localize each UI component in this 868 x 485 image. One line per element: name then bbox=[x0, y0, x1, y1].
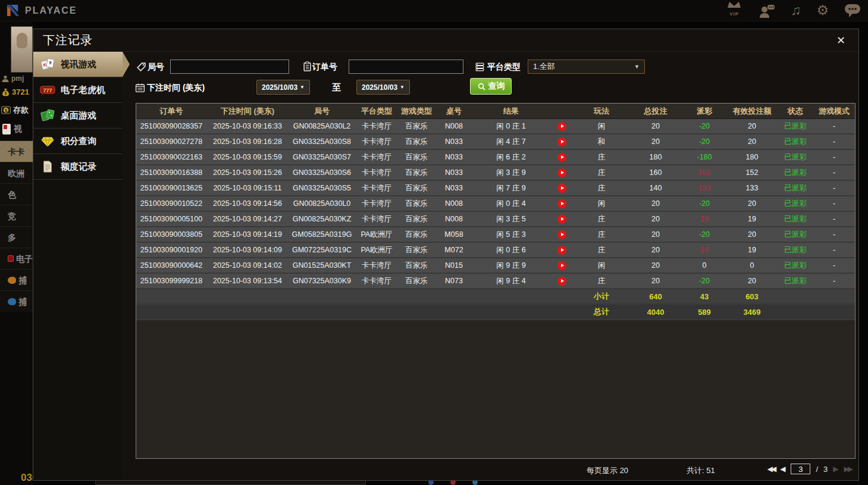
dialog-title: 下注记录 bbox=[43, 32, 93, 48]
cell-table: N033 bbox=[435, 184, 473, 192]
gem-icon bbox=[40, 134, 55, 148]
column-header: 游戏类型 bbox=[398, 106, 435, 117]
tab-label: 视讯游戏 bbox=[61, 59, 96, 70]
cell-result: 闲 6 庄 2 bbox=[473, 152, 549, 162]
replay-button[interactable] bbox=[557, 261, 566, 270]
cell-order: 251003090005100 bbox=[136, 215, 206, 223]
cell-platform: PA欧洲厅 bbox=[355, 230, 398, 240]
cell-payout: 0 bbox=[682, 261, 726, 270]
cell-play bbox=[549, 183, 574, 192]
user-icon bbox=[2, 75, 9, 82]
background-sidebar: pmj $ 3721 $ 存款 视 卡卡欧洲色竞多电子捕捕 bbox=[0, 21, 33, 485]
replay-button[interactable] bbox=[557, 277, 566, 286]
cell-table: N008 bbox=[435, 122, 473, 130]
application-window: pmj $ 3721 $ 存款 视 卡卡欧洲色竞多电子捕捕 0306 P bbox=[0, 0, 868, 485]
table-row: 2510030999992182025-10-03 09:13:54GN0732… bbox=[136, 274, 855, 289]
cell-platform: PA欧洲厅 bbox=[355, 245, 398, 255]
background-nav-label: 捕 bbox=[18, 291, 27, 312]
last-page-icon[interactable]: ▶▶ bbox=[844, 465, 851, 473]
mini-slot-icon bbox=[8, 255, 14, 262]
calendar-icon bbox=[135, 83, 145, 93]
bet-records-dialog: 下注记录 ✕ K9视讯游戏777电子老虎机桌面游戏积分查询额度记录 局号 订单号… bbox=[33, 29, 859, 481]
cell-time: 2025-10-03 09:14:27 bbox=[206, 215, 289, 223]
cell-payout: 133 bbox=[682, 184, 726, 192]
cell-order: 251003099999218 bbox=[136, 277, 206, 285]
sidebar-tab-quota-records[interactable]: 额度记录 bbox=[33, 154, 123, 180]
replay-button[interactable] bbox=[557, 184, 566, 193]
cell-round: GN03325A030S7 bbox=[289, 153, 355, 161]
cell-order: 251003090000642 bbox=[136, 261, 206, 270]
close-icon[interactable]: ✕ bbox=[833, 33, 849, 48]
chat-icon[interactable] bbox=[844, 4, 861, 17]
tab-label: 电子老虎机 bbox=[61, 85, 105, 96]
background-video-text: 视 bbox=[14, 124, 22, 134]
sidebar-tab-points-query[interactable]: 积分查询 bbox=[33, 129, 123, 154]
subtotal-row: 小计64043603 bbox=[136, 289, 855, 305]
cell-result: 闲 9 庄 9 bbox=[473, 261, 549, 271]
cell-game: 百家乐 bbox=[398, 168, 435, 178]
sidebar-tab-slots[interactable]: 777电子老虎机 bbox=[33, 77, 123, 103]
cell-game: 百家乐 bbox=[398, 261, 435, 271]
cell-time: 2025-10-03 09:15:26 bbox=[206, 168, 289, 177]
cell-status: 已派彩 bbox=[778, 276, 813, 286]
total-payout: 589 bbox=[682, 308, 726, 317]
replay-button[interactable] bbox=[557, 153, 566, 162]
replay-button[interactable] bbox=[557, 168, 566, 177]
page-number-input[interactable] bbox=[791, 464, 810, 474]
previous-page-icon[interactable]: ◀ bbox=[780, 465, 785, 473]
chat-bubble-icon bbox=[844, 4, 861, 17]
replay-button[interactable] bbox=[557, 122, 566, 131]
table-row: 2510030900283572025-10-03 09:16:33GN0082… bbox=[136, 119, 855, 134]
customer-service-icon[interactable] bbox=[759, 4, 775, 18]
platform-type-label: 平台类型 bbox=[487, 62, 521, 73]
cell-play bbox=[549, 168, 574, 177]
date-from-picker[interactable]: 2025/10/03 ▼ bbox=[256, 80, 310, 95]
column-header: 状态 bbox=[778, 106, 813, 117]
cell-payout: -20 bbox=[682, 137, 726, 146]
card-icon bbox=[2, 124, 11, 134]
platform-type-select[interactable]: 1.全部 ▼ bbox=[528, 60, 645, 74]
first-page-icon[interactable]: ◀◀ bbox=[767, 465, 775, 473]
cell-total: 20 bbox=[629, 122, 682, 130]
pagination-controls: ◀◀ ◀ / 3 ▶ ▶▶ bbox=[767, 464, 851, 474]
music-icon[interactable]: ♫ bbox=[791, 4, 801, 17]
cell-table: N008 bbox=[435, 215, 473, 223]
bet-time-label: 下注时间 (美东) bbox=[147, 83, 205, 93]
cell-bet: 庄 bbox=[574, 168, 629, 178]
next-page-icon[interactable]: ▶ bbox=[833, 465, 838, 473]
column-header: 订单号 bbox=[136, 106, 206, 117]
sidebar-tab-table-games[interactable]: 桌面游戏 bbox=[33, 103, 123, 129]
cell-mode: - bbox=[813, 230, 855, 239]
replay-button[interactable] bbox=[557, 199, 566, 208]
vip-icon[interactable]: VIP bbox=[725, 0, 743, 21]
replay-button[interactable] bbox=[557, 246, 566, 255]
round-number-input[interactable] bbox=[170, 60, 289, 74]
background-balance: $ 3721 bbox=[2, 87, 29, 96]
sidebar-tab-video-games[interactable]: K9视讯游戏 bbox=[33, 52, 123, 77]
background-nav-item: 竞 bbox=[0, 205, 33, 226]
cell-order: 251003090022163 bbox=[136, 153, 206, 161]
cell-round: GM05825A0319G bbox=[289, 230, 355, 239]
replay-button[interactable] bbox=[557, 230, 566, 239]
date-to-picker[interactable]: 2025/10/03 ▼ bbox=[356, 80, 410, 95]
total-count-label: 共计: bbox=[687, 466, 704, 475]
query-button[interactable]: 查询 bbox=[470, 78, 512, 95]
cell-platform: 卡卡湾厅 bbox=[355, 121, 398, 132]
cell-status: 已派彩 bbox=[778, 183, 813, 193]
replay-button[interactable] bbox=[557, 215, 566, 224]
cell-bet: 庄 bbox=[574, 183, 629, 193]
cell-order: 251003090010522 bbox=[136, 199, 206, 208]
tag-icon bbox=[136, 62, 146, 72]
per-page-value: 20 bbox=[620, 466, 628, 475]
dialog-content: 局号 订单号 平台类型 1.全部 ▼ 下注时间 (美东) 2025/10/03 … bbox=[123, 52, 858, 480]
cell-round: GN00825A030KZ bbox=[289, 215, 355, 223]
svg-text:$: $ bbox=[5, 91, 7, 96]
replay-button[interactable] bbox=[557, 137, 566, 146]
cell-result: 闲 5 庄 3 bbox=[473, 230, 549, 240]
cell-mode: - bbox=[813, 153, 855, 161]
settings-icon[interactable]: ⚙ bbox=[816, 4, 829, 17]
cell-game: 百家乐 bbox=[398, 276, 435, 286]
cell-table: N033 bbox=[435, 153, 473, 161]
order-number-input[interactable] bbox=[349, 60, 463, 74]
cell-valid: 152 bbox=[726, 168, 778, 177]
